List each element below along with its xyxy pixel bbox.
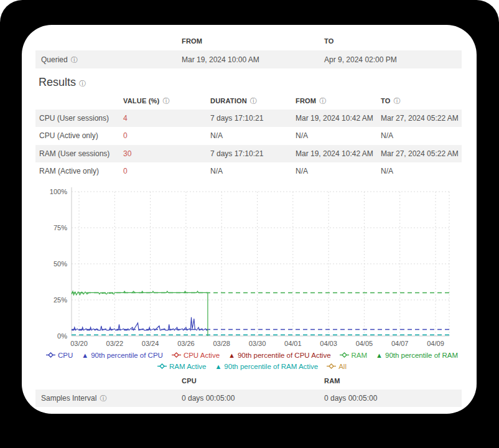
svg-text:0%: 0% [57, 332, 67, 340]
row-value: 4 [123, 114, 128, 123]
svg-text:03/24: 03/24 [142, 340, 159, 347]
queried-from-value: Mar 19, 2024 10:00 AM [182, 55, 259, 64]
usage-chart: 100%75%50%25%0%03/2003/2203/2403/2603/28… [37, 184, 460, 351]
legend-row: CPU▲90th percentile of CPUCPU Active▲90t… [37, 350, 467, 360]
svg-text:03/28: 03/28 [213, 340, 230, 347]
svg-text:03/30: 03/30 [249, 340, 266, 347]
legend-item[interactable]: ▲90th percentile of RAM Active [215, 362, 318, 371]
samples-col-cpu: CPU [182, 377, 197, 385]
results-col-to: TOⓘ [381, 96, 401, 106]
samples-cpu-value: 0 days 00:05:00 [182, 394, 235, 403]
chart-legend: CPU▲90th percentile of CPUCPU Active▲90t… [37, 350, 467, 372]
row-to: Mar 27, 2024 05:22 AM [381, 149, 459, 158]
samples-interval-row: Samples Intervalⓘ 0 days 00:05:00 0 days… [35, 390, 462, 407]
svg-text:03/20: 03/20 [70, 340, 88, 347]
samples-ram-value: 0 days 00:05:00 [324, 394, 377, 403]
svg-text:50%: 50% [54, 260, 67, 268]
svg-text:04/05: 04/05 [356, 340, 373, 347]
legend-item[interactable]: CPU Active [172, 350, 220, 360]
legend-label: 90th percentile of CPU [91, 350, 163, 360]
samples-header-row: CPU RAM [35, 372, 462, 390]
results-col-duration: DURATIONⓘ [210, 96, 257, 106]
row-label: CPU (Active only) [39, 131, 98, 140]
row-duration: N/A [210, 167, 223, 175]
results-heading: Resultsⓘ [39, 76, 86, 89]
row-from: Mar 19, 2024 10:42 AM [296, 114, 373, 123]
legend-row: RAM Active▲90th percentile of RAM Active… [37, 361, 467, 371]
line-diamond-marker-icon [340, 352, 349, 358]
results-col-from: FROMⓘ [296, 96, 326, 106]
info-icon[interactable]: ⓘ [71, 55, 78, 63]
svg-text:04/07: 04/07 [391, 340, 409, 347]
info-icon[interactable]: ⓘ [162, 97, 169, 105]
table-row: RAM (Active only) 0 N/A N/A N/A [35, 162, 462, 180]
line-diamond-marker-icon [157, 363, 167, 369]
row-value: 0 [123, 131, 128, 140]
info-icon[interactable]: ⓘ [100, 394, 106, 402]
table-row: RAM (User sessions) 30 7 days 17:10:21 M… [35, 145, 462, 162]
usage-chart-svg: 100%75%50%25%0%03/2003/2203/2403/2603/28… [37, 184, 460, 351]
svg-text:04/03: 04/03 [320, 340, 337, 347]
row-label: CPU (User sessions) [39, 114, 109, 123]
line-diamond-marker-icon [327, 363, 336, 369]
row-duration: 7 days 17:10:21 [210, 114, 263, 123]
legend-item[interactable]: All [327, 362, 347, 371]
row-duration: N/A [210, 131, 223, 140]
queried-to-value: Apr 9, 2024 02:00 PM [324, 55, 397, 64]
results-header-row: VALUE (%)ⓘ DURATIONⓘ FROMⓘ TOⓘ [35, 92, 462, 110]
legend-label: CPU [58, 350, 73, 360]
queried-col-from: FROM [182, 37, 202, 45]
legend-item[interactable]: RAM [340, 350, 368, 360]
row-label: RAM (Active only) [39, 167, 99, 175]
row-value: 30 [123, 149, 131, 158]
svg-text:03/26: 03/26 [177, 340, 195, 347]
row-to: N/A [381, 167, 393, 175]
svg-text:25%: 25% [54, 296, 67, 304]
line-diamond-marker-icon [172, 352, 181, 358]
queried-col-to: TO [324, 37, 333, 45]
queried-row: Queriedⓘ Mar 19, 2024 10:00 AM Apr 9, 20… [35, 50, 462, 68]
legend-item[interactable]: CPU [46, 350, 73, 360]
results-col-value: VALUE (%)ⓘ [123, 96, 170, 106]
svg-text:03/22: 03/22 [106, 340, 124, 347]
row-from: Mar 19, 2024 10:42 AM [296, 149, 373, 158]
row-to: N/A [381, 131, 393, 140]
legend-item[interactable]: ▲90th percentile of CPU Active [228, 350, 330, 360]
row-label: RAM (User sessions) [39, 149, 110, 158]
info-icon[interactable]: ⓘ [250, 97, 257, 105]
samples-interval-label: Samples Intervalⓘ [41, 394, 106, 403]
svg-text:04/01: 04/01 [284, 340, 302, 347]
legend-label: RAM [352, 350, 368, 360]
table-row: CPU (Active only) 0 N/A N/A N/A [35, 127, 462, 144]
svg-text:100%: 100% [50, 188, 67, 195]
row-value: 0 [123, 167, 128, 175]
info-icon[interactable]: ⓘ [319, 97, 326, 105]
row-duration: 7 days 17:10:21 [210, 149, 263, 158]
queried-label: Queriedⓘ [41, 55, 78, 64]
report-card: FROM TO Queriedⓘ Mar 19, 2024 10:00 AM A… [22, 25, 477, 414]
legend-item[interactable]: ▲90th percentile of CPU [82, 350, 163, 360]
triangle-marker-icon: ▲ [228, 350, 235, 360]
svg-text:75%: 75% [54, 224, 67, 231]
triangle-marker-icon: ▲ [376, 350, 383, 360]
svg-text:04/09: 04/09 [427, 340, 444, 347]
table-row: CPU (User sessions) 4 7 days 17:10:21 Ma… [35, 110, 462, 127]
legend-label: All [338, 362, 347, 371]
triangle-marker-icon: ▲ [215, 362, 222, 371]
legend-label: RAM Active [169, 362, 206, 371]
legend-item[interactable]: RAM Active [157, 362, 206, 371]
info-icon[interactable]: ⓘ [79, 80, 86, 87]
legend-label: 90th percentile of RAM [385, 350, 458, 360]
row-from: N/A [296, 131, 308, 140]
samples-col-ram: RAM [324, 377, 340, 385]
legend-item[interactable]: ▲90th percentile of RAM [376, 350, 458, 360]
row-from: N/A [296, 167, 308, 175]
triangle-marker-icon: ▲ [82, 350, 88, 360]
queried-header-row: FROM TO [35, 32, 462, 50]
legend-label: CPU Active [184, 350, 220, 360]
info-icon[interactable]: ⓘ [393, 97, 400, 105]
line-diamond-marker-icon [46, 352, 55, 358]
legend-label: 90th percentile of CPU Active [238, 350, 331, 360]
legend-label: 90th percentile of RAM Active [224, 362, 318, 371]
row-to: Mar 27, 2024 05:22 AM [381, 114, 459, 123]
